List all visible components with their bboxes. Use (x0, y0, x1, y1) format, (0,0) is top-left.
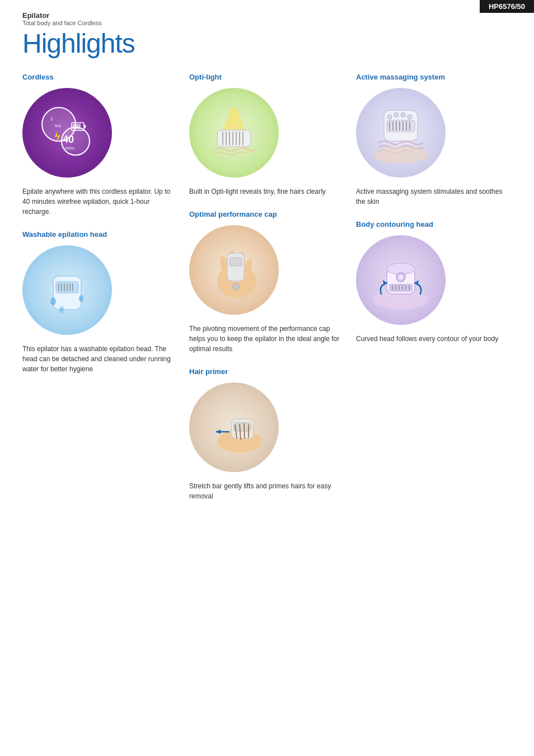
massaging-title: Active massaging system (356, 73, 512, 81)
optilight-title: Opti-light (189, 73, 345, 81)
svg-point-58 (401, 113, 405, 117)
svg-rect-8 (84, 125, 86, 128)
svg-text:hrs: hrs (55, 123, 61, 128)
optilight-image (189, 88, 279, 178)
cordless-image: 1 hrs 40 mins (22, 88, 112, 178)
svg-rect-48 (387, 120, 415, 132)
svg-text:40: 40 (63, 134, 74, 145)
svg-text:1: 1 (50, 116, 53, 122)
svg-point-37 (232, 283, 239, 290)
washable-title: Washable epilation head (22, 230, 178, 239)
hairprimer-title: Hair primer (189, 367, 345, 376)
product-name: Epilator (22, 11, 102, 20)
svg-point-57 (394, 113, 399, 117)
washable-image (22, 245, 112, 335)
optilight-desc: Built in Opti-light reveals tiny, fine h… (189, 186, 345, 197)
svg-text:mins: mins (65, 146, 74, 151)
hairprimer-desc: Stretch bar gently lifts and primes hair… (189, 481, 345, 501)
svg-point-20 (59, 306, 64, 313)
svg-point-65 (399, 275, 403, 279)
svg-point-59 (407, 115, 412, 119)
cordless-title: Cordless (22, 73, 178, 81)
product-code-badge: HP6576/50 (480, 0, 534, 13)
svg-point-19 (79, 295, 83, 302)
svg-marker-42 (216, 430, 221, 434)
massaging-image (356, 88, 446, 178)
feature-washable: Washable epilation head (22, 230, 178, 374)
svg-line-45 (244, 423, 245, 438)
performance-desc: The pivoting movement of the performance… (189, 324, 345, 354)
svg-rect-9 (73, 124, 81, 129)
contouring-image (356, 235, 446, 325)
product-subtitle: Total body and face Cordless (22, 20, 102, 26)
contouring-title: Body contouring head (356, 220, 512, 228)
feature-columns: Cordless 1 hrs 40 mins (22, 73, 512, 515)
cordless-desc: Epilate anywhere with this cordless epil… (22, 186, 178, 217)
washable-desc: This epilator has a washable epilation h… (22, 344, 178, 374)
massaging-desc: Active massaging system stimulates and s… (356, 186, 512, 207)
hairprimer-image (189, 382, 279, 472)
svg-point-60 (373, 147, 429, 164)
column-1: Cordless 1 hrs 40 mins (22, 73, 189, 515)
feature-hairprimer: Hair primer (189, 367, 345, 501)
column-3: Active massaging system (356, 73, 512, 515)
svg-rect-66 (390, 284, 412, 291)
feature-contouring: Body contouring head (356, 220, 512, 344)
feature-optilight: Opti-light (189, 73, 345, 197)
performance-title: Optimal performance cap (189, 210, 345, 218)
main-content: Cordless 1 hrs 40 mins (0, 73, 534, 515)
product-label: Epilator Total body and face Cordless (22, 11, 102, 26)
page-title: Highlights (22, 28, 135, 59)
feature-performance: Optimal performance cap (189, 210, 345, 354)
svg-marker-21 (223, 108, 245, 130)
feature-massaging: Active massaging system (356, 73, 512, 207)
svg-rect-22 (217, 130, 251, 147)
column-2: Opti-light (189, 73, 356, 515)
svg-point-18 (50, 297, 56, 305)
feature-cordless: Cordless 1 hrs 40 mins (22, 73, 178, 217)
svg-rect-36 (229, 258, 242, 266)
svg-point-56 (387, 115, 392, 119)
performance-image (189, 225, 279, 315)
contouring-desc: Curved head follows every contour of you… (356, 334, 512, 344)
